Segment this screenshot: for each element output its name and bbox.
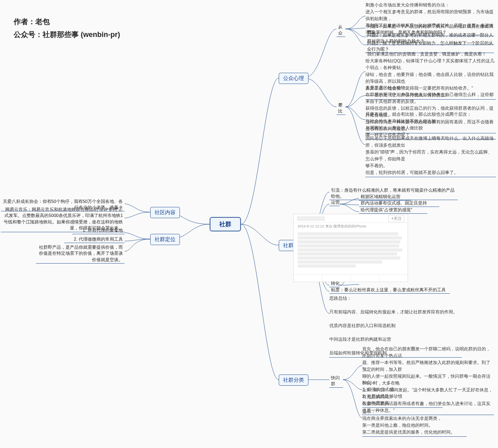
cat-sub-k: 快闪群 xyxy=(329,375,343,388)
screenshot-card: +关注 2016-8-12 12:12 来自 微博发的的的iPhone xyxy=(293,214,408,282)
mkt-yy2: 群内活动要有仪式感、固定且坚持 xyxy=(359,200,439,207)
psy-sub-congzhong: 从众 xyxy=(337,24,345,37)
branch-psychology[interactable]: 公众心理 xyxy=(279,73,308,84)
psy-pb4: 国民老公王思聪如果成天在微博上晒每天吃什么、出入什么高级场所，你顶多也就发出 羡… xyxy=(365,135,496,177)
cat-p3: 提示： 现在商业界摸索出来的办法无非是两类， 第一类是叫他上瘾，拖住他的时间。 … xyxy=(362,408,467,437)
root-node[interactable]: 社群 xyxy=(210,217,241,231)
account-line: 公众号：社群那些事 (wenbin-pr) xyxy=(14,28,120,41)
leaf-pos-a: 1. 所有代理的聚集地 xyxy=(72,227,124,234)
branch-position[interactable]: 社群定位 xyxy=(150,234,180,245)
header-block: 作者：老包 公众号：社群那些事 (wenbin-pr) xyxy=(14,15,120,41)
mkt-yy1: 根据区域精细化运营 xyxy=(359,194,411,200)
branch-content[interactable]: 社区内容 xyxy=(150,207,180,218)
shot-avatar-placeholder xyxy=(297,216,325,221)
mkt-yy3: 给代理提供“占便宜的感觉” xyxy=(359,207,427,214)
mkt-sub-zh: 转化 xyxy=(329,280,340,287)
psy-sub-panbi: 攀比 xyxy=(337,102,345,115)
shot-body-blur xyxy=(294,230,408,270)
leaf-pos-c: 社群即产品，是产品你就需要提供价值，而价值是在特定场景下的价值，离开了场景谈价值… xyxy=(36,244,124,264)
cat-p2: 特点： 1. 很强的仪式感 2. 社群成员足够珍惜 3. 参与度更高 xyxy=(362,379,443,408)
leaf-pos-b: 2. 代理做微商的常用工具 xyxy=(64,236,124,243)
shot-meta: 2016-8-12 12:12 来自 微博发的的的iPhone xyxy=(294,223,408,230)
mkt-stick: 粘度：要么让粉丝喜欢上这里，要么变成粉丝离不开的工具 xyxy=(329,287,450,294)
branch-category[interactable]: 社群分类 xyxy=(279,374,308,386)
mkt-sub-yy: 运营 xyxy=(329,199,340,206)
shot-follow-btn[interactable]: +关注 xyxy=(388,215,404,222)
author-line: 作者：老包 xyxy=(14,15,120,28)
shot-footer xyxy=(294,274,408,282)
